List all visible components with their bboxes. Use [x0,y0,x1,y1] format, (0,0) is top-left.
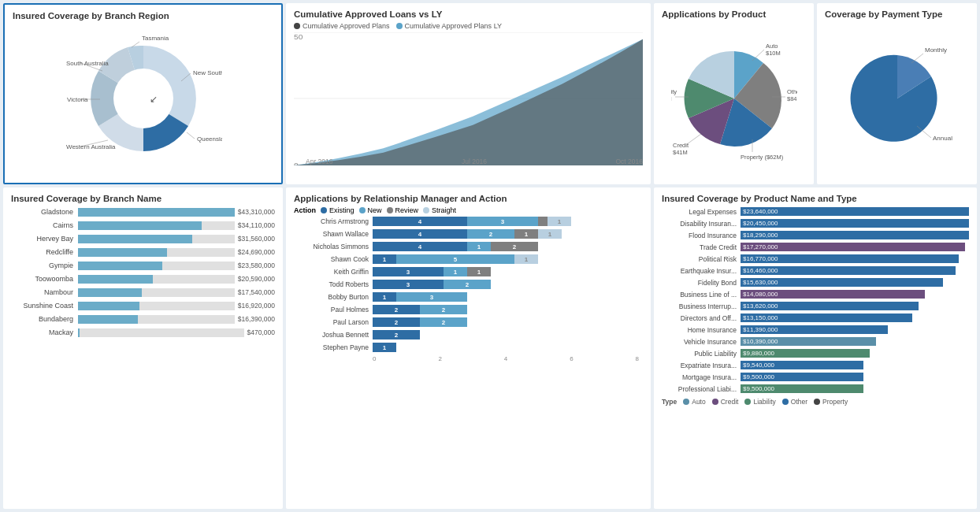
bar-fill-redcliffe [78,248,167,257]
legend-other-label: Other [791,398,807,406]
stacked-bars-armstrong: 4 3 1 [373,217,571,226]
svg-text:$41M: $41M [673,149,688,156]
product-value-mortgage: $9,500,000 [743,373,774,380]
bar-value-hervey-bay: $31,560,000 [238,235,275,243]
seg-cook-new: 5 [396,254,514,264]
stacked-bars-payne: 1 [373,343,396,352]
bar-fill-cairns [78,221,202,230]
product-bar-home: $11,390,000 [741,325,888,334]
stacked-row-bennett: Joshua Bennett 2 [294,330,643,339]
seg-wallace-straight: 1 [538,229,562,239]
bar-value-redcliffe: $24,690,000 [238,248,275,256]
product-bar-professional: $9,500,000 [741,384,863,393]
stacked-bars-roberts: 3 2 [373,280,491,289]
product-label-directors: Directors and Off... [662,314,741,322]
x-label-4: 4 [504,355,507,362]
x-label-jul: Jul 2016 [462,158,487,165]
product-bar-mortgage: $9,500,000 [741,373,863,381]
product-bar-political-risk: $16,770,000 [741,254,959,263]
bar-label-mackay: Mackay [11,328,78,336]
legend-review-label: Review [395,206,419,214]
svg-line-19 [687,134,701,144]
legend-item-plans: Cumulative Approved Plans [294,22,390,30]
product-value-home: $11,390,000 [743,326,778,333]
label-wa: Western Australia [66,143,116,150]
seg-bennett-existing: 2 [373,330,420,339]
svg-text:$84M: $84M [787,95,797,102]
product-pie-svg: Auto $10M Other $84M Property ($62M) Cre… [671,35,797,161]
dashboard: Insured Coverage by Branch Region [0,0,980,512]
bar-row-gladstone: Gladstone $43,310,000 [11,206,275,217]
product-value-earthquake: $16,460,000 [743,267,778,274]
dot-review [387,207,393,213]
applications-by-product-panel: Applications by Product [654,3,814,184]
product-label-business-int: Business Interrup... [662,302,741,310]
stacked-label-simmons: Nicholas Simmons [294,243,373,250]
bar-fill-sunshine-coast [78,302,139,310]
seg-cook-existing: 1 [373,254,396,264]
bar-row-nambour: Nambour $17,540,000 [11,287,275,298]
svg-text:$32M: $32M [671,95,672,102]
stacked-row-roberts: Todd Roberts 3 2 [294,280,643,289]
product-label-disability: Disability Insuran... [662,220,741,228]
product-value-vehicle: $10,390,000 [743,338,778,345]
bar-value-gladstone: $43,310,000 [238,208,275,216]
stacked-row-larson: Paul Larson 2 2 [294,317,643,327]
svg-line-25 [911,54,923,63]
product-label-legal: Legal Expenses [662,208,741,216]
legend-dot-auto [683,399,689,405]
bar-row-redcliffe: Redcliffe $24,690,000 [11,247,275,258]
seg-holmes-existing: 2 [373,305,420,314]
x-label-2: 2 [438,355,441,362]
seg-wallace-new: 2 [467,229,514,239]
bar-value-sunshine-coast: $16,920,000 [238,302,275,310]
legend-auto-label: Auto [692,398,706,406]
product-row-legal: Legal Expenses $23,640,000 [662,206,969,217]
bar-fill-nambour [78,288,142,297]
label-qld: Queensland [197,135,222,143]
product-label-fidelity: Fidelity Bond [662,279,741,287]
stacked-label-griffin: Keith Griffin [294,268,373,276]
bar-label-nambour: Nambour [11,288,78,296]
product-row-business-int: Business Interrup... $13,620,000 [662,301,969,311]
dot-existing [321,207,327,213]
bar-label-redcliffe: Redcliffe [11,248,78,256]
legend-type-label: Type [662,398,677,406]
rm-legend: Action Existing New Review Straight [294,206,643,214]
legend-property-label: Property [822,398,848,406]
stacked-row-armstrong: Chris Armstrong 4 3 1 [294,217,643,226]
bar-value-bundaberg: $16,390,000 [238,315,275,323]
seg-griffin-review: 1 [467,267,491,276]
product-value-professional: $9,500,000 [743,385,774,392]
stacked-bars-larson: 2 2 [373,317,467,327]
legend-dot-liability [744,399,751,405]
bar-label-sunshine-coast: Sunshine Coast [11,302,78,310]
stacked-row-simmons: Nicholas Simmons 4 1 2 [294,242,643,251]
stacked-label-burton: Bobby Burton [294,293,373,301]
bar-row-bundaberg: Bundaberg $16,390,000 [11,314,275,325]
product-value-directors: $13,150,000 [743,314,778,321]
svg-text:Credit: Credit [673,142,689,149]
svg-text:Auto: Auto [766,43,778,50]
product-row-earthquake: Earthquake Insur... $16,460,000 [662,265,969,276]
product-value-fidelity: $15,630,000 [743,279,778,286]
bar-row-gympie: Gympie $23,580,000 [11,260,275,271]
product-value-trade-credit: $17,270,000 [743,243,778,250]
legend-credit-label: Credit [721,398,739,406]
insured-coverage-branch-region-panel: Insured Coverage by Branch Region [3,3,283,184]
product-bar-expatriate: $9,540,000 [741,361,863,369]
legend-dot-credit [712,399,718,405]
product-bar-disability: $20,450,000 [741,219,969,228]
label-nsw: New South Wales [193,69,222,76]
bar-fill-bundaberg [78,315,138,324]
product-bar-flood: $18,290,000 [741,231,969,239]
seg-burton-existing: 1 [373,292,396,302]
bar-track-hervey-bay [78,235,235,243]
payment-pie-svg: Monthly Annual [838,39,956,158]
legend-label-plans: Cumulative Approved Plans [303,22,390,30]
product-row-home: Home Insurance $11,390,000 [662,325,969,335]
stacked-bars-holmes: 2 2 [373,305,467,314]
stacked-label-armstrong: Chris Armstrong [294,217,373,225]
product-bar-directors: $13,150,000 [741,314,912,322]
dot-straight [423,207,429,213]
